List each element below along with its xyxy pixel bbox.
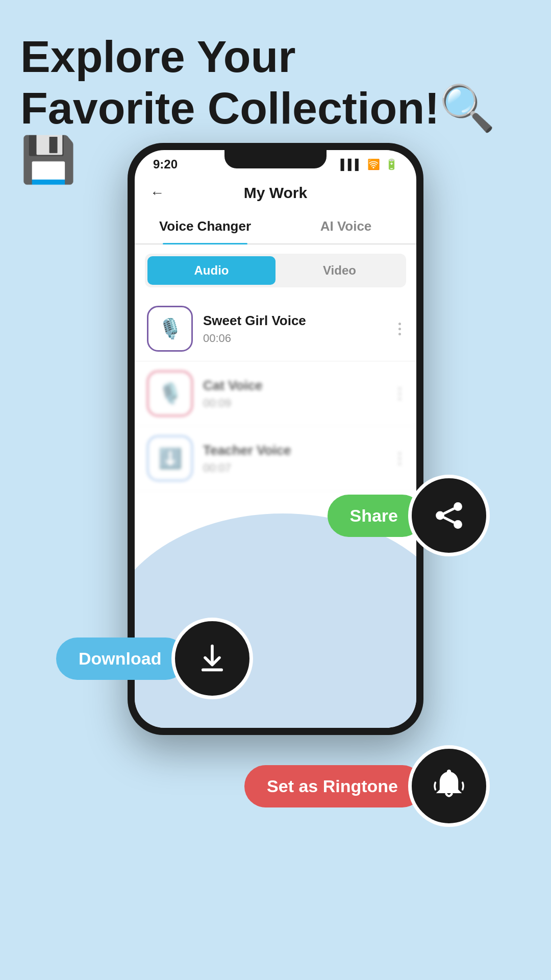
item-title-1: Sweet Girl Voice — [203, 313, 395, 329]
share-icon — [431, 498, 467, 533]
svg-point-3 — [436, 511, 444, 520]
screen-content: ← My Work Voice Changer AI Voice Audio — [135, 172, 416, 491]
item-more-2[interactable] — [395, 387, 404, 400]
mic-icon-1: 🎙️ — [158, 317, 182, 340]
item-title-2: Cat Voice — [203, 378, 395, 394]
action-ringtone: Set as Ringtone — [244, 745, 490, 827]
tab-voice-changer[interactable]: Voice Changer — [135, 209, 276, 243]
svg-line-4 — [444, 509, 454, 513]
item-info-3: Teacher Voice 00:07 — [203, 443, 395, 475]
list-item[interactable]: 🎙️ Sweet Girl Voice 00:06 — [135, 297, 416, 361]
share-button[interactable] — [408, 475, 490, 556]
svg-point-1 — [454, 502, 462, 511]
item-more-1[interactable] — [395, 323, 404, 335]
svg-point-6 — [447, 770, 451, 774]
ringtone-label[interactable]: Set as Ringtone — [244, 765, 423, 807]
svg-point-2 — [454, 520, 462, 529]
bell-icon — [431, 768, 467, 804]
item-duration-1: 00:06 — [203, 332, 395, 345]
item-thumb-1: 🎙️ — [147, 306, 193, 352]
action-share: Share — [328, 475, 490, 556]
sub-tab-audio[interactable]: Audio — [147, 256, 276, 285]
item-title-3: Teacher Voice — [203, 443, 395, 458]
item-more-3[interactable] — [395, 452, 404, 465]
svg-rect-0 — [202, 669, 223, 672]
nav-title: My Work — [244, 184, 307, 202]
download-button[interactable] — [171, 618, 253, 699]
item-thumb-3: ⬇️ — [147, 435, 193, 481]
phone-wrapper: 9:20 ▌▌▌ 🛜 🔋 ← My Work Voice Changer — [46, 143, 505, 857]
headline-line1: Explore Your — [20, 31, 551, 82]
svg-line-5 — [444, 518, 454, 522]
item-thumb-2: 🎙️ — [147, 371, 193, 416]
download-icon — [194, 641, 230, 676]
item-info-1: Sweet Girl Voice 00:06 — [203, 313, 395, 345]
mic-icon-3: ⬇️ — [158, 447, 182, 470]
sub-tab-video[interactable]: Video — [276, 256, 404, 285]
back-button[interactable]: ← — [150, 185, 164, 201]
headline: Explore Your Favorite Collection!🔍💾 — [20, 31, 551, 186]
tabs-row: Voice Changer AI Voice — [135, 209, 416, 244]
ringtone-button[interactable] — [408, 745, 490, 827]
mic-icon-2: 🎙️ — [158, 382, 182, 405]
item-info-2: Cat Voice 00:09 — [203, 378, 395, 410]
action-download: Download — [56, 618, 253, 699]
sub-tabs: Audio Video — [145, 254, 406, 287]
headline-line2: Favorite Collection!🔍💾 — [20, 82, 551, 185]
download-label[interactable]: Download — [56, 638, 187, 680]
item-duration-3: 00:07 — [203, 461, 395, 475]
item-duration-2: 00:09 — [203, 397, 395, 410]
tab-ai-voice[interactable]: AI Voice — [276, 209, 416, 243]
list-item-2[interactable]: 🎙️ Cat Voice 00:09 — [135, 361, 416, 426]
